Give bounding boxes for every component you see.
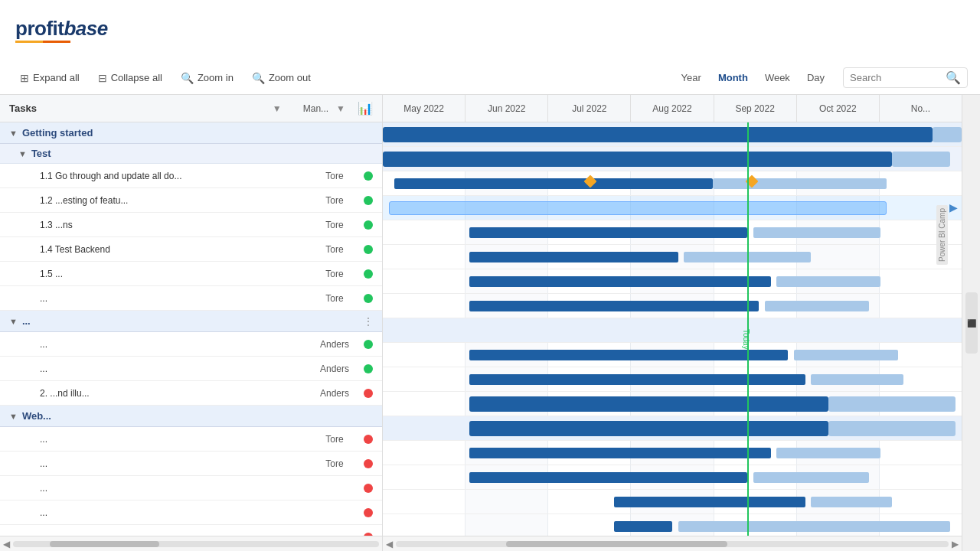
view-day-button[interactable]: Day — [799, 69, 832, 86]
gantt-row — [383, 294, 962, 318]
right-side-panel: ⬛ — [962, 95, 980, 551]
task-name: ... — [40, 458, 312, 469]
gantt-bar-light — [794, 350, 898, 360]
gantt-bar-light — [713, 178, 887, 189]
task-name: 1.4 Test Backend — [40, 244, 312, 255]
search-input[interactable] — [850, 72, 942, 83]
logo-text: profitbase — [15, 18, 108, 38]
table-row[interactable]: 1.1 Go through and update all do... Tore — [0, 164, 382, 188]
zoom-in-button[interactable]: 🔍 Zoom in — [173, 69, 241, 87]
task-name: ... — [40, 339, 312, 350]
gantt-row: ▶ — [383, 196, 962, 220]
gantt-month-jun: Jun 2022 — [466, 95, 548, 122]
toolbar: ⊞ Expand all ⊟ Collapse all 🔍 Zoom in 🔍 … — [0, 61, 980, 95]
table-row[interactable]: 1.4 Test Backend Tore — [0, 237, 382, 262]
gantt-bar — [394, 178, 713, 189]
sub-group-chevron: ▼ — [18, 149, 27, 158]
gantt-row — [383, 514, 962, 536]
scroll-left-arrow[interactable]: ◀ — [386, 539, 393, 549]
status-badge — [364, 171, 373, 181]
collapse-all-label: Collapse all — [111, 72, 162, 83]
status-badge — [364, 340, 373, 349]
task-assignee: Anders — [312, 339, 358, 350]
management-col-header: Man... — [303, 103, 328, 114]
group-label: Web... — [22, 410, 51, 422]
view-week-button[interactable]: Week — [757, 69, 798, 86]
logo-container: profitbase — [15, 18, 108, 43]
gantt-scroll-track — [396, 541, 949, 547]
collapse-all-button[interactable]: ⊟ Collapse all — [90, 69, 170, 87]
table-row[interactable]: ... — [0, 476, 382, 500]
table-row[interactable]: 1.5 ... Tore — [0, 262, 382, 286]
gantt-bar-light — [776, 448, 880, 458]
status-badge — [364, 364, 373, 373]
view-month-button[interactable]: Month — [710, 69, 756, 86]
status-badge — [364, 508, 373, 517]
task-assignee: Tore — [312, 244, 358, 255]
table-row[interactable]: ... Tore — [0, 427, 382, 452]
search-box[interactable]: 🔍 — [843, 67, 968, 88]
task-name: 1.5 ... — [40, 269, 312, 279]
task-assignee: Tore — [312, 269, 358, 279]
task-name: 1.1 Go through and update all do... — [40, 171, 312, 181]
group-getting-started[interactable]: ▼ Getting started — [0, 122, 382, 144]
chart-icon[interactable]: 📊 — [358, 101, 373, 116]
task-scroll-area[interactable]: ◀ — [0, 536, 382, 551]
scroll-right-arrow[interactable]: ▶ — [952, 539, 959, 549]
table-row[interactable]: ... — [0, 500, 382, 525]
gantt-month-nov: No... — [880, 95, 962, 122]
gantt-bar — [469, 421, 828, 436]
table-row[interactable]: 1.2 ...esting of featu... Tore — [0, 188, 382, 213]
table-row[interactable]: 1.3 ...ns Tore — [0, 213, 382, 237]
scroll-thumb[interactable] — [50, 541, 159, 547]
task-assignee: Tore — [312, 195, 358, 206]
task-name: ... — [40, 507, 312, 518]
gantt-bar-highlight — [389, 201, 887, 215]
group-web[interactable]: ▼ Web... — [0, 406, 382, 427]
today-label: Today — [742, 329, 750, 350]
table-row[interactable]: ... Anders — [0, 357, 382, 381]
status-badge — [364, 459, 373, 468]
task-name: ... — [40, 434, 312, 445]
scroll-track — [13, 541, 379, 547]
task-name: ... — [40, 293, 312, 304]
gantt-row — [383, 416, 962, 441]
scroll-left-arrow[interactable]: ◀ — [3, 539, 10, 549]
table-row[interactable]: ... Tore — [0, 286, 382, 311]
gantt-bar — [614, 521, 672, 532]
gantt-month-may: May 2022 — [383, 95, 466, 122]
gantt-row — [383, 245, 962, 269]
task-name: ... — [40, 483, 312, 494]
gantt-scroll-area[interactable]: ◀ ▶ — [383, 536, 962, 551]
view-year-button[interactable]: Year — [674, 69, 709, 86]
table-row[interactable]: 2. ...nd illu... Anders — [0, 381, 382, 406]
gantt-bar-light — [776, 276, 880, 287]
gantt-row — [383, 171, 962, 196]
zoom-out-button[interactable]: 🔍 Zoom out — [244, 69, 318, 87]
expand-all-label: Expand all — [33, 72, 80, 83]
table-row[interactable]: ... Tore — [0, 452, 382, 476]
sub-group-test[interactable]: ▼ Test — [0, 144, 382, 164]
task-name: 2. ...nd illu... — [40, 388, 312, 399]
gantt-bar — [469, 374, 805, 385]
expand-all-button[interactable]: ⊞ Expand all — [12, 69, 87, 87]
gantt-bar — [469, 252, 678, 262]
status-badge — [364, 435, 373, 444]
gantt-row — [383, 392, 962, 416]
logo-underline — [15, 41, 70, 43]
gantt-bar — [469, 350, 788, 360]
gantt-bar — [469, 227, 747, 238]
task-list: ▼ Getting started ▼ Test 1.1 Go through … — [0, 122, 382, 536]
gantt-scroll-thumb[interactable] — [506, 541, 727, 547]
side-panel-icon[interactable]: ⬛ — [965, 292, 978, 354]
table-row[interactable]: ... Anders — [0, 332, 382, 357]
group-2[interactable]: ▼ ... ⋮ — [0, 311, 382, 332]
gantt-bar — [469, 472, 747, 483]
logo-base: base — [64, 17, 107, 40]
gantt-bar-light — [765, 301, 869, 311]
gantt-bar — [469, 301, 759, 311]
gantt-bar — [469, 448, 770, 458]
gantt-month-sep: Sep 2022 — [714, 95, 797, 122]
table-row[interactable]: ... — [0, 525, 382, 536]
gantt-month-oct: Oct 2022 — [797, 95, 880, 122]
